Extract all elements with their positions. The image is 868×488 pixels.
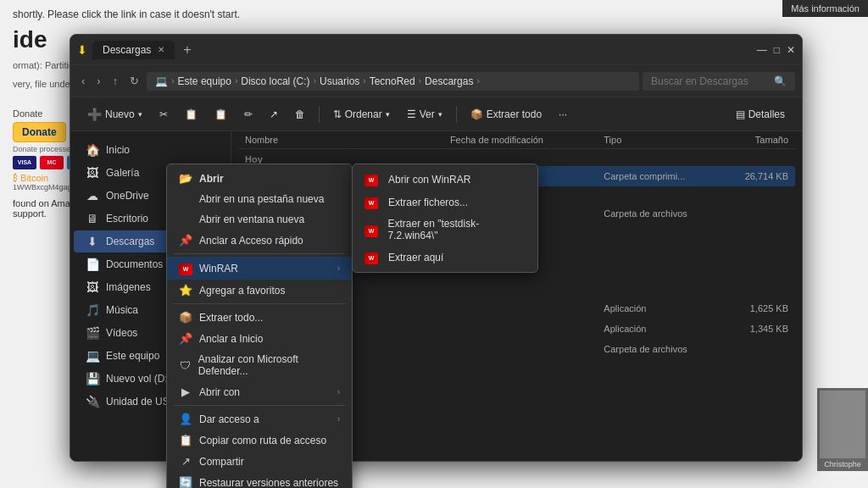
toolbar-separator: [319, 106, 320, 123]
breadcrumb-computer[interactable]: 💻: [155, 75, 168, 87]
file-size: 1,345 KB: [706, 324, 788, 334]
ver-arrow: ▾: [438, 110, 442, 119]
anclar-acceso-icon: 📌: [179, 234, 192, 247]
column-headers: Nombre Fecha de modificación Tipo Tamaño: [238, 131, 795, 149]
ordenar-icon: ⇅: [333, 108, 342, 120]
tab-close-button[interactable]: ✕: [158, 45, 164, 54]
cut-icon: ✂: [159, 108, 168, 120]
col-fecha[interactable]: Fecha de modificación: [450, 135, 604, 145]
visa-icon: VISA: [13, 156, 36, 169]
ctx-anclar-inicio[interactable]: 📌 Anclar a Inicio: [167, 328, 352, 349]
tab-label: Descargas: [103, 44, 151, 56]
top-right-info[interactable]: Más información: [782, 0, 868, 17]
dar-acceso-arrow: ›: [337, 414, 340, 424]
bc-tecnored[interactable]: TecnoRed: [370, 75, 415, 87]
nuevo-button[interactable]: ➕ Nuevo ▾: [81, 103, 149, 125]
ctx-abrir-pestana[interactable]: Abrir en una pestaña nueva: [167, 189, 352, 209]
window-controls: — □ ✕: [757, 44, 795, 56]
sub-abrir-winrar[interactable]: W Abrir con WinRAR: [353, 168, 537, 191]
ctx-extraer-todo[interactable]: 📦 Extraer todo...: [167, 307, 352, 328]
defender-icon: 🛡: [179, 359, 192, 372]
sub-extraer-en[interactable]: W Extraer en "testdisk-7.2.win64\": [353, 214, 537, 246]
close-button[interactable]: ✕: [787, 44, 795, 56]
search-input[interactable]: [651, 75, 774, 87]
paste-icon: 📋: [214, 108, 227, 120]
ver-button[interactable]: ☰ Ver ▾: [400, 104, 449, 125]
copy-icon: 📋: [185, 108, 198, 120]
musica-icon: 🎵: [86, 303, 99, 317]
ctx-abrir-ventana[interactable]: Abrir en ventana nueva: [167, 209, 352, 230]
ctx-anclar-acceso[interactable]: 📌 Anclar a Acceso rápido: [167, 230, 352, 251]
donate-button[interactable]: Donate: [13, 122, 66, 142]
galeria-icon: 🖼: [86, 166, 99, 180]
ctx-compartir[interactable]: ↗ Compartir: [167, 451, 352, 472]
delete-button[interactable]: 🗑: [288, 104, 312, 125]
ctx-winrar[interactable]: W WinRAR ›: [167, 257, 352, 280]
bc-usuarios[interactable]: Usuarios: [320, 75, 359, 87]
folder-icon: ⬇: [77, 43, 87, 57]
ctx-defender[interactable]: 🛡 Analizar con Microsoft Defender...: [167, 349, 352, 381]
delete-icon: 🗑: [295, 108, 305, 120]
imagenes-icon: 🖼: [86, 280, 99, 294]
winrar-submenu: W Abrir con WinRAR W Extraer ficheros...…: [352, 164, 538, 273]
up-button[interactable]: ↑: [108, 72, 123, 90]
col-nombre[interactable]: Nombre: [245, 135, 450, 145]
new-tab-button[interactable]: +: [178, 42, 196, 58]
file-size: 1,625 KB: [706, 303, 788, 313]
ctx-abrir-con[interactable]: ▶ Abrir con ›: [167, 381, 352, 402]
sidebar-item-inicio[interactable]: 🏠 Inicio: [74, 139, 227, 161]
more-button[interactable]: ···: [552, 104, 574, 125]
bc-computer-label[interactable]: Este equipo: [178, 75, 231, 87]
detalles-button[interactable]: ▤ Detalles: [729, 104, 792, 125]
address-bar: ‹ › ↑ ↻ 💻 › Este equipo › Disco local (C…: [70, 65, 802, 97]
abrir-con-icon: ▶: [179, 385, 192, 398]
anclar-inicio-icon: 📌: [179, 332, 192, 345]
extraer-icon: 📦: [470, 108, 483, 120]
ctx-dar-acceso[interactable]: 👤 Dar acceso a ›: [167, 408, 352, 430]
ver-icon: ☰: [407, 108, 416, 120]
cut-button[interactable]: ✂: [153, 104, 175, 125]
rename-icon: ✏: [244, 108, 253, 120]
refresh-button[interactable]: ↻: [125, 72, 143, 90]
ctx-restaurar[interactable]: 🔄 Restaurar versiones anteriores: [167, 472, 352, 488]
maximize-button[interactable]: □: [774, 44, 780, 56]
search-box[interactable]: 🔍: [643, 72, 795, 91]
copiar-ruta-icon: 📋: [179, 434, 192, 446]
file-type: Carpeta de archivos: [604, 208, 706, 219]
top-notice: shortly. Please click the link in case i…: [13, 8, 855, 20]
rename-button[interactable]: ✏: [237, 104, 259, 125]
bc-descargas[interactable]: Descargas: [425, 75, 473, 87]
col-tipo[interactable]: Tipo: [604, 135, 706, 145]
sub-winrar-icon-4: W: [364, 250, 381, 264]
ordenar-button[interactable]: ⇅ Ordenar ▾: [326, 104, 397, 125]
paste-button[interactable]: 📋: [208, 104, 234, 125]
ctx-favoritos[interactable]: ⭐ Agregar a favoritos: [167, 280, 352, 301]
toolbar-separator-2: [456, 106, 457, 123]
sub-extraer-aqui[interactable]: W Extraer aquí: [353, 246, 537, 269]
breadcrumb[interactable]: 💻 › Este equipo › Disco local (C:) › Usu…: [147, 72, 639, 91]
nuevo-arrow: ▾: [138, 110, 142, 119]
ctx-abrir[interactable]: 📂 Abrir: [167, 168, 352, 189]
file-type: Carpeta comprimi...: [604, 171, 706, 181]
explorer-tab[interactable]: Descargas ✕: [92, 41, 175, 59]
copy-button[interactable]: 📋: [178, 104, 204, 125]
mastercard-icon: MC: [40, 156, 64, 169]
col-tamaño[interactable]: Tamaño: [706, 135, 788, 145]
file-type: Aplicación: [604, 324, 706, 334]
ctx-separator-1: [174, 253, 345, 254]
minimize-button[interactable]: —: [757, 44, 767, 56]
extraer-todo-button[interactable]: 📦 Extraer todo: [464, 104, 548, 125]
sub-extraer-ficheros[interactable]: W Extraer ficheros...: [353, 191, 537, 214]
share-icon: ↗: [270, 108, 278, 120]
documentos-icon: 📄: [86, 258, 99, 271]
bc-disk-label[interactable]: Disco local (C:): [241, 75, 309, 87]
context-menu: 📂 Abrir Abrir en una pestaña nueva Abrir…: [166, 164, 353, 488]
file-type: Aplicación: [604, 303, 706, 313]
title-bar: ⬇ Descargas ✕ + — □ ✕: [70, 35, 802, 65]
ctx-copiar-ruta[interactable]: 📋 Copiar como ruta de acceso: [167, 430, 352, 451]
share-button[interactable]: ↗: [263, 104, 285, 125]
bottom-right-image: Christophe: [817, 388, 868, 471]
back-button[interactable]: ‹: [77, 72, 89, 90]
forward-button[interactable]: ›: [92, 72, 104, 90]
dar-acceso-icon: 👤: [179, 413, 192, 425]
